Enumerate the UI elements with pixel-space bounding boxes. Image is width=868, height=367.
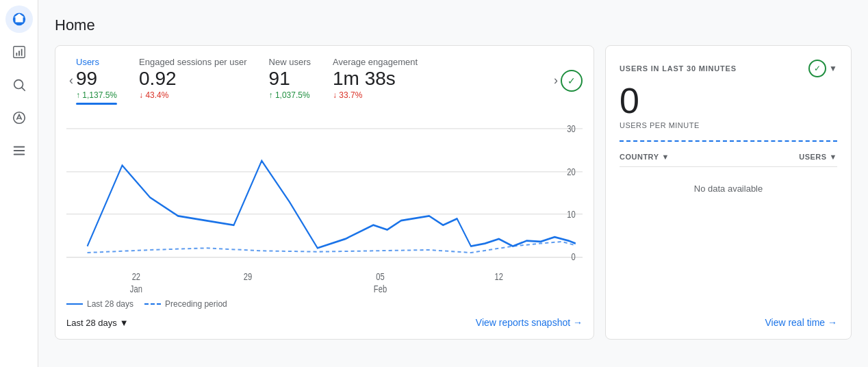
sidebar-item-reports[interactable] (5, 38, 33, 66)
legend-dashed: Preceding period (144, 299, 227, 309)
realtime-dropdown-icon[interactable]: ▼ (829, 64, 837, 73)
svg-line-6 (22, 88, 25, 90)
svg-rect-4 (21, 49, 22, 55)
realtime-check-group: ✓ ▼ (808, 60, 837, 77)
svg-text:0: 0 (572, 251, 576, 262)
legend-solid: Last 28 days (66, 299, 133, 309)
card-footer: Last 28 days ▼ View reports snapshot → (55, 309, 593, 328)
legend-solid-label: Last 28 days (87, 299, 133, 309)
prev-metric-arrow[interactable]: ‹ (66, 71, 76, 90)
view-reports-link[interactable]: View reports snapshot → (476, 317, 583, 328)
realtime-table-header: COUNTRY ▼ USERS ▼ (620, 153, 837, 167)
realtime-header: USERS IN LAST 30 MINUTES ✓ ▼ (620, 60, 837, 77)
page-title: Home (55, 16, 852, 34)
svg-rect-9 (13, 147, 25, 148)
svg-text:29: 29 (244, 270, 252, 282)
legend-dashed-line (144, 303, 161, 305)
no-data-message: No data available (620, 167, 837, 317)
realtime-title: USERS IN LAST 30 MINUTES (620, 64, 737, 73)
chart-svg: 30 20 10 0 22 Jan 29 05 Feb 12 (66, 110, 583, 294)
analytics-card: ‹ Users 99 ↑ 1,137.5% Engaged sessions p… (55, 45, 594, 340)
period-selector[interactable]: Last 28 days ▼ (66, 318, 129, 328)
realtime-card: USERS IN LAST 30 MINUTES ✓ ▼ 0 USERS PER… (605, 45, 852, 340)
metric-engaged: Engaged sessions per user 0.92 ↓ 43.4% (139, 57, 247, 105)
main-content: Home ‹ Users 99 ↑ 1,137.5% Engaged sessi… (38, 0, 868, 367)
sidebar-item-configure[interactable] (5, 137, 33, 164)
svg-rect-11 (13, 154, 25, 155)
svg-text:30: 30 (567, 123, 575, 134)
metrics-list: Users 99 ↑ 1,137.5% Engaged sessions per… (76, 57, 551, 105)
chart-legend: Last 28 days Preceding period (55, 294, 593, 309)
svg-text:20: 20 (567, 166, 575, 177)
metric-avg-engagement: Average engagement 1m 38s ↓ 33.7% (333, 57, 418, 105)
svg-text:22: 22 (132, 270, 140, 282)
metrics-row: ‹ Users 99 ↑ 1,137.5% Engaged sessions p… (55, 46, 593, 110)
sidebar-item-advertising[interactable] (5, 104, 33, 131)
view-realtime-link[interactable]: View real time → (765, 317, 837, 328)
svg-text:Feb: Feb (374, 283, 387, 294)
metric-users-underline (76, 103, 117, 105)
period-selector-label: Last 28 days (66, 318, 117, 328)
metric-new-users: New users 91 ↑ 1,037.5% (269, 57, 311, 105)
chart-area: 30 20 10 0 22 Jan 29 05 Feb 12 (55, 110, 593, 294)
view-realtime-label: View real time → (765, 317, 837, 328)
realtime-card-footer: View real time → (620, 317, 837, 328)
realtime-sub-label: USERS PER MINUTE (620, 121, 837, 129)
metric-engaged-change: ↓ 43.4% (139, 90, 247, 100)
metric-avg-change: ↓ 33.7% (333, 90, 418, 100)
metric-avg-label: Average engagement (333, 57, 418, 67)
metric-engaged-value: 0.92 (139, 67, 247, 90)
users-sort-icon: ▼ (830, 153, 837, 161)
realtime-check-icon: ✓ (808, 60, 826, 77)
svg-text:Jan: Jan (130, 283, 142, 294)
metric-engaged-label: Engaged sessions per user (139, 57, 247, 67)
table-col-users[interactable]: USERS ▼ (799, 153, 837, 161)
metric-new-users-label: New users (269, 57, 311, 67)
sidebar-item-home[interactable] (5, 5, 33, 33)
country-sort-icon: ▼ (661, 153, 669, 161)
next-metric-arrow[interactable]: › (551, 71, 561, 90)
table-col-country[interactable]: COUNTRY ▼ (620, 153, 669, 161)
svg-text:10: 10 (567, 208, 575, 220)
svg-text:05: 05 (376, 270, 384, 282)
sidebar (0, 0, 38, 367)
metric-users: Users 99 ↑ 1,137.5% (76, 57, 117, 105)
period-dropdown-icon: ▼ (120, 318, 129, 328)
svg-text:12: 12 (494, 270, 502, 282)
legend-solid-line (66, 303, 83, 305)
cards-row: ‹ Users 99 ↑ 1,137.5% Engaged sessions p… (55, 45, 852, 340)
metric-users-label: Users (76, 57, 117, 67)
svg-rect-3 (18, 51, 20, 55)
metric-users-value: 99 (76, 67, 117, 90)
metric-check-icon: ✓ (561, 70, 583, 92)
svg-rect-2 (16, 53, 17, 56)
metric-new-users-change: ↑ 1,037.5% (269, 90, 311, 100)
svg-rect-10 (13, 150, 25, 151)
view-reports-label: View reports snapshot → (476, 317, 583, 328)
realtime-divider (620, 140, 837, 142)
metric-users-change: ↑ 1,137.5% (76, 90, 117, 100)
metric-avg-value: 1m 38s (333, 67, 418, 90)
realtime-count: 0 (620, 83, 837, 118)
metric-new-users-value: 91 (269, 67, 311, 90)
sidebar-item-explore[interactable] (5, 71, 33, 99)
legend-dashed-label: Preceding period (165, 299, 227, 309)
